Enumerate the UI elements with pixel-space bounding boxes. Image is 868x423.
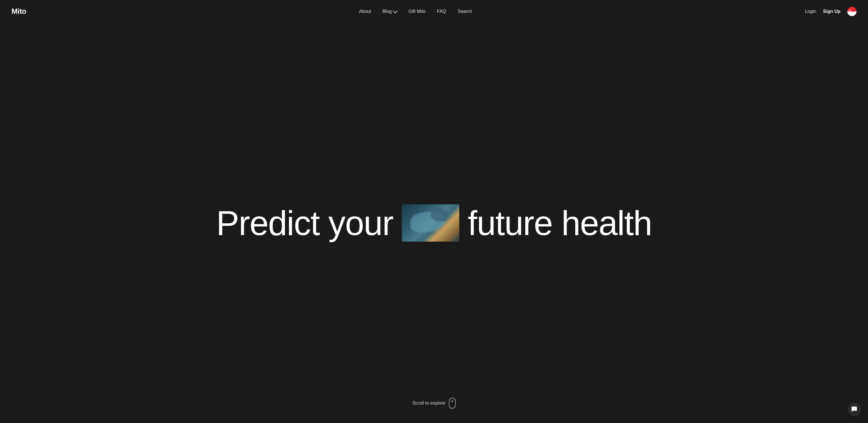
hero-section: Predict your future health Scroll to exp…: [0, 0, 868, 423]
chat-widget-button[interactable]: [847, 402, 861, 416]
nav-link-blog[interactable]: Blog: [383, 9, 397, 14]
nav-link-faq[interactable]: FAQ: [437, 9, 446, 14]
nav-link-about[interactable]: About: [359, 9, 371, 14]
scroll-mouse-icon: [448, 398, 456, 409]
hero-text-left: Predict your: [216, 206, 393, 240]
navbar: Mito About Blog Gift Mito FAQ Search Log…: [0, 0, 868, 23]
site-logo[interactable]: Mito: [11, 7, 26, 16]
nav-right: Login Sign Up: [805, 7, 857, 16]
hero-image: [402, 204, 459, 241]
hero-headline: Predict your future health: [0, 204, 868, 241]
scroll-hint-label: Scroll to explore: [412, 401, 445, 406]
hero-text-right: future health: [468, 206, 652, 240]
country-flag-singapore[interactable]: [847, 7, 857, 16]
nav-link-search[interactable]: Search: [458, 9, 472, 14]
nav-links: About Blog Gift Mito FAQ Search: [359, 9, 472, 14]
login-button[interactable]: Login: [805, 9, 816, 14]
chat-icon: [851, 406, 857, 412]
chevron-down-icon: [393, 8, 398, 13]
hero-image-placeholder: [402, 204, 459, 241]
scroll-hint[interactable]: Scroll to explore: [412, 398, 456, 409]
nav-link-gift[interactable]: Gift Mito: [408, 9, 426, 14]
signup-button[interactable]: Sign Up: [823, 9, 840, 14]
